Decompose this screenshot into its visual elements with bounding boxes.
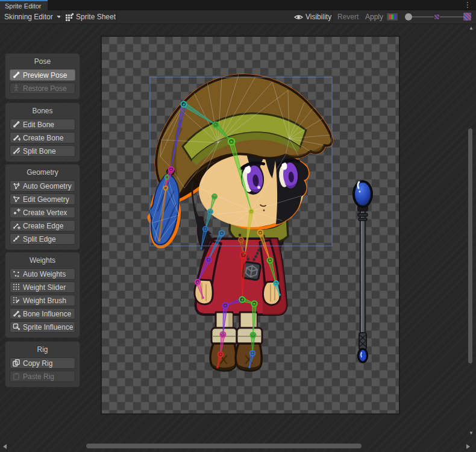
kebab-menu-icon[interactable]: ⋮ (464, 0, 471, 10)
revert-label: Revert (337, 13, 359, 21)
net-icon (13, 195, 20, 203)
panel-rig: RigCopy RigPaste Rig (5, 341, 80, 388)
horizontal-scrollbar (0, 441, 475, 451)
auto-geometry-button[interactable]: Auto Geometry (10, 180, 75, 192)
staff-gem (359, 349, 368, 362)
button-label: Split Bone (23, 147, 56, 155)
auto-weights-button[interactable]: Auto Weights (10, 268, 75, 280)
vertical-scroll-thumb[interactable] (468, 128, 472, 363)
create-edge-button[interactable]: Create Edge (10, 220, 75, 231)
create-bone-button[interactable]: Create Bone (10, 132, 75, 143)
apply-button[interactable]: Apply (361, 10, 387, 24)
spriteinf-icon (13, 323, 20, 331)
button-label: Copy Rig (23, 359, 52, 368)
panel-title: Geometry (5, 168, 80, 177)
toolbar-separator (60, 11, 61, 23)
weight-brush-button[interactable]: Weight Brush (10, 295, 75, 306)
revert-button[interactable]: Revert (333, 10, 363, 24)
panel-bones: BonesEdit BoneCreate BoneSplit Bone (5, 102, 80, 162)
paste-icon (13, 372, 20, 380)
tab-bar: Sprite Editor ⋮ (0, 0, 476, 10)
visibility-toggle[interactable]: Visibility (290, 10, 336, 24)
tab-sprite-editor[interactable]: Sprite Editor (0, 0, 48, 10)
slider-handle[interactable] (405, 13, 412, 20)
sparkle-icon (13, 270, 20, 278)
eye-icon (294, 14, 303, 20)
netauto-icon (13, 182, 20, 190)
panel-title: Pose (5, 57, 80, 66)
preview-pose-button[interactable]: Preview Pose (10, 69, 75, 81)
button-label: Create Bone (23, 134, 63, 142)
button-label: Weight Slider (23, 283, 66, 292)
weight-slider-button[interactable]: Weight Slider (10, 281, 75, 293)
sprite-sheet-icon (66, 13, 74, 21)
mode-dropdown-label: Skinning Editor (4, 13, 53, 21)
toolbar-separator (332, 11, 333, 23)
restore-pose-button[interactable]: Restore Pose (10, 83, 75, 94)
scroll-down-arrow[interactable]: ▼ (469, 430, 474, 436)
horizontal-scroll-thumb[interactable] (86, 444, 362, 448)
button-label: Restore Pose (23, 84, 67, 93)
edit-bone-button[interactable]: Edit Bone (10, 119, 75, 130)
sprite-sheet-button[interactable]: Sprite Sheet (61, 10, 120, 24)
paste-rig-button[interactable]: Paste Rig (10, 371, 75, 382)
button-label: Paste Rig (23, 372, 54, 381)
mode-dropdown[interactable]: Skinning Editor (0, 10, 66, 24)
vertical-scrollbar: ▲ ▼ (466, 24, 475, 442)
panel-weights: WeightsAuto WeightsWeight SliderWeight B… (5, 252, 80, 338)
edgesplit-icon (13, 235, 20, 243)
vertexplus-icon (13, 209, 20, 216)
button-label: Sprite Influence (23, 323, 73, 331)
button-label: Auto Geometry (23, 182, 72, 190)
button-label: Edit Bone (23, 121, 54, 129)
grid-icon (13, 283, 20, 291)
create-vertex-button[interactable]: Create Vertex (10, 207, 75, 218)
figure-icon (13, 84, 20, 92)
mip-texture-large-icon (463, 13, 471, 20)
bone-node[interactable] (164, 186, 168, 190)
rgb-channels-button[interactable] (386, 13, 398, 21)
panel-pose: PosePreview PoseRestore Pose (5, 53, 80, 99)
main-area: PosePreview PoseRestore PoseBonesEdit Bo… (0, 24, 476, 452)
bone-influence-button[interactable]: Bone Influence (10, 308, 75, 319)
split-edge-button[interactable]: Split Edge (10, 233, 75, 245)
boneinf-icon (13, 310, 20, 318)
zoom-mip-slider (404, 10, 471, 24)
scroll-up-arrow[interactable]: ▲ (469, 25, 474, 31)
bonesplit-icon (13, 147, 20, 155)
panel-title: Weights (5, 256, 80, 265)
bone-icon (13, 71, 20, 79)
button-label: Create Edge (23, 222, 63, 230)
button-label: Weight Brush (23, 297, 66, 305)
button-label: Bone Influence (23, 310, 71, 318)
gridbrush-icon (13, 297, 20, 304)
button-label: Create Vertex (23, 209, 67, 217)
blue-channel-icon (393, 14, 396, 19)
panel-geometry: GeometryAuto GeometryEdit GeometryCreate… (5, 164, 80, 250)
mip-texture-small-icon (434, 14, 440, 20)
button-label: Auto Weights (23, 270, 66, 278)
copy-icon (13, 359, 20, 367)
scroll-left-arrow[interactable] (3, 444, 7, 449)
staff-orb (354, 181, 372, 207)
panel-title: Rig (5, 345, 80, 354)
split-bone-button[interactable]: Split Bone (10, 145, 75, 157)
button-label: Preview Pose (23, 71, 67, 80)
toolbar-separator (116, 11, 117, 23)
copy-rig-button[interactable]: Copy Rig (10, 357, 75, 369)
scroll-right-arrow[interactable] (466, 444, 470, 449)
sprite-editor-window: Sprite Editor ⋮ Skinning Editor Sprite S… (0, 0, 476, 452)
bone-node[interactable] (165, 175, 169, 179)
apply-label: Apply (365, 13, 383, 21)
sprite-sheet-label: Sprite Sheet (76, 13, 116, 21)
edgeplus-icon (13, 222, 20, 230)
visibility-label: Visibility (305, 13, 331, 21)
edit-geometry-button[interactable]: Edit Geometry (10, 193, 75, 205)
panel-title: Bones (5, 107, 80, 115)
sprite-influence-button[interactable]: Sprite Influence (10, 321, 75, 333)
toolbar: Skinning Editor Sprite Sheet Visibility … (0, 10, 476, 24)
button-label: Edit Geometry (23, 195, 69, 204)
button-label: Split Edge (23, 235, 56, 243)
bone-icon (13, 121, 20, 128)
boneplus-icon (13, 134, 20, 142)
